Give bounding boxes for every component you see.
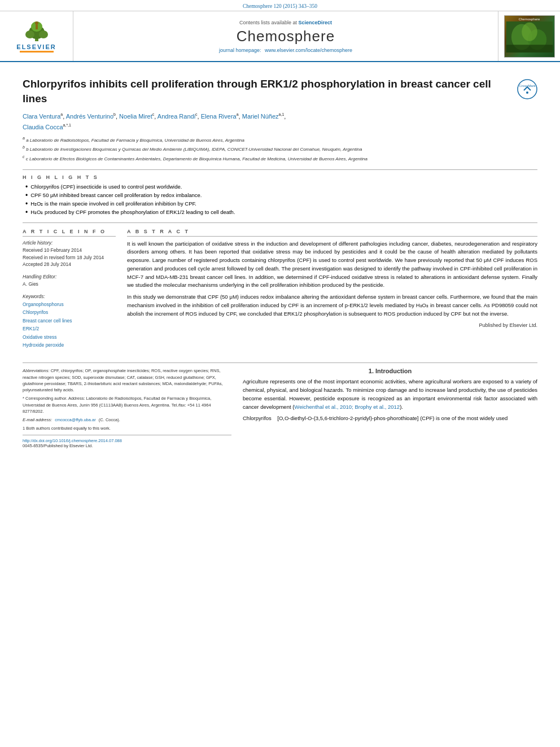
highlights-section: H I G H L I G H T S • Chlorpyrifos (CPF)… [23, 174, 537, 216]
elsevier-logo: ELSEVIER [16, 20, 56, 53]
issn-line: 0045-6535/Published by Elsevier Ltd. [23, 443, 231, 448]
intro-para-1: Agriculture represents one of the most i… [243, 378, 537, 411]
divider-main [23, 222, 537, 223]
svg-point-5 [35, 21, 38, 25]
svg-point-3 [39, 30, 48, 38]
accepted-date: Accepted 28 July 2014 [23, 261, 116, 268]
kw-5[interactable]: Oxidative stress [23, 333, 116, 341]
corresponding-label: * Corresponding author. [23, 396, 67, 401]
handling-editor-label: Handling Editor: [23, 274, 116, 279]
intro-para-2: Chlorpyrifos [O,O-diethyl-O-(3,5,6-trich… [243, 414, 537, 423]
svg-point-12 [518, 80, 537, 99]
cite-1[interactable]: Weichenthal et al., 2010; Brophy et al.,… [294, 404, 400, 410]
elsevier-bar-decoration [20, 51, 54, 53]
sciencedirect-label: Contents lists available at ScienceDirec… [239, 20, 332, 25]
author-andrea[interactable]: Andrea Randi [158, 113, 195, 120]
keywords-list: Organophosphorus Chlorpyrifos Breast can… [23, 300, 116, 350]
kw-3[interactable]: Breast cancer cell lines [23, 317, 116, 325]
highlight-item-2: • CPF 50 μM inhibited breast cancer cell… [25, 192, 537, 199]
journal-title: Chemosphere [237, 28, 335, 45]
handling-editor-name: A. Gies [23, 281, 116, 288]
kw-1[interactable]: Organophosphorus [23, 300, 116, 308]
journal-homepage-line: journal homepage: www.elsevier.com/locat… [219, 47, 352, 53]
article-info-col: A R T I C L E I N F O Article history: R… [23, 229, 116, 355]
author-clara[interactable]: Clara Ventura [23, 113, 60, 120]
abstract-para-1: It is well known the participation of ox… [127, 240, 537, 290]
page: Chemosphere 120 (2015) 343–350 ELSEVIER [0, 0, 560, 747]
email-line: E-mail address: cmcocca@ffyb.uba.ar (C. … [23, 417, 231, 423]
received-date: Received 10 February 2014 [23, 247, 116, 254]
published-line: Published by Elsevier Ltd. [127, 322, 537, 328]
svg-point-14 [526, 91, 528, 94]
abstract-label: A B S T R A C T [127, 229, 537, 237]
abstract-text: It is well known the participation of ox… [127, 240, 537, 318]
svg-point-2 [25, 30, 34, 38]
abstract-para-2: In this study we demonstrate that CPF (5… [127, 293, 537, 318]
journal-citation-bar: Chemosphere 120 (2015) 343–350 [0, 0, 560, 11]
revised-date: Received in revised form 18 July 2014 [23, 254, 116, 261]
homepage-url[interactable]: www.elsevier.com/locate/chemosphere [265, 47, 352, 53]
affil-b: b b Laboratorio de Investigaciones Bioqu… [23, 145, 537, 153]
journal-name-section: Contents lists available at ScienceDirec… [73, 11, 498, 61]
author-elena[interactable]: Elena Rivera [201, 113, 237, 120]
intro-heading: 1. Introduction [243, 368, 537, 374]
journal-cover-section: Chemosphere [498, 11, 560, 61]
footnote1: 1 Both authors contributed equally to th… [23, 425, 231, 431]
svg-rect-11 [506, 45, 553, 53]
bullet-icon: • [25, 184, 28, 190]
email-person: (C. Cocca). [99, 417, 120, 422]
highlight-item-1: • Chlorpyrifos (CPF) insecticide is used… [25, 184, 537, 190]
doi-bar: http://dx.doi.org/10.1016/j.chemosphere.… [23, 435, 231, 448]
bullet-icon: • [25, 192, 28, 199]
abbrev-text: CPF, chlorpyrifos; OP, organophosphate i… [23, 368, 223, 392]
introduction-col: 1. Introduction Agriculture represents o… [243, 368, 537, 448]
article-info-label: A R T I C L E I N F O [23, 229, 116, 237]
cover-journal-name: Chemosphere [518, 16, 541, 21]
intro-text: Agriculture represents one of the most i… [243, 378, 537, 423]
highlight-item-4: • H₂O₂ produced by CPF promotes the phos… [25, 209, 537, 216]
main-two-col: A R T I C L E I N F O Article history: R… [23, 229, 537, 355]
author-noelia[interactable]: Noelia Miret [119, 113, 152, 120]
kw-2[interactable]: Chlorpyrifos [23, 308, 116, 316]
highlights-label: H I G H L I G H T S [23, 174, 537, 180]
email-address[interactable]: cmcocca@ffyb.uba.ar [55, 417, 96, 422]
bottom-section: Abbreviations: CPF, chlorpyrifos; OP, or… [23, 362, 537, 448]
citation-text: Chemosphere 120 (2015) 343–350 [243, 3, 317, 9]
author-mariel[interactable]: Mariel Núñez [242, 113, 279, 120]
sciencedirect-link[interactable]: ScienceDirect [299, 20, 333, 25]
abstract-col: A B S T R A C T It is well known the par… [127, 229, 537, 355]
handling-editor-group: Handling Editor: A. Gies [23, 274, 116, 288]
elsevier-tree-icon [20, 20, 54, 42]
abbrev-label: Abbreviations: [23, 368, 50, 373]
kw-6[interactable]: Hydroxide peroxide [23, 341, 116, 349]
cover-art-icon [505, 21, 554, 53]
keywords-heading: Keywords: [23, 294, 116, 299]
affil-a: a a Laboratorio de Radioisótopos, Facult… [23, 136, 537, 144]
corresponding-author-note: * Corresponding author. Address: Laborat… [23, 395, 231, 414]
doi-link[interactable]: http://dx.doi.org/10.1016/j.chemosphere.… [23, 438, 231, 443]
author-claudia[interactable]: Claudia Cocca [23, 123, 63, 130]
elsevier-wordmark: ELSEVIER [16, 43, 56, 50]
journal-cover-image: Chemosphere [504, 15, 555, 58]
footnotes-col: Abbreviations: CPF, chlorpyrifos; OP, or… [23, 368, 231, 448]
footnotes-text: Abbreviations: CPF, chlorpyrifos; OP, or… [23, 368, 231, 431]
authors-line: Clara Venturaa, Andrés Venturinob, Noeli… [23, 111, 537, 132]
journal-header: ELSEVIER Contents lists available at Sci… [0, 11, 560, 62]
email-label: E-mail address: [23, 417, 52, 422]
history-group: Article history: Received 10 February 20… [23, 240, 116, 268]
history-heading: Article history: [23, 240, 116, 246]
article-body: Chlorpyrifos inhibits cell proliferation… [0, 62, 560, 457]
kw-4[interactable]: ERK1/2 [23, 325, 116, 333]
bullet-icon: • [25, 200, 28, 207]
title-section: Chlorpyrifos inhibits cell proliferation… [23, 77, 537, 106]
keywords-group: Keywords: Organophosphorus Chlorpyrifos … [23, 294, 116, 350]
highlights-list: • Chlorpyrifos (CPF) insecticide is used… [23, 184, 537, 216]
crossmark-icon[interactable]: CrossMark [517, 79, 537, 99]
bullet-icon: • [25, 209, 28, 216]
divider-highlights [23, 169, 537, 170]
abbreviations: Abbreviations: CPF, chlorpyrifos; OP, or… [23, 368, 231, 393]
author-andres[interactable]: Andrés Venturino [66, 113, 113, 120]
affil-c: c c Laboratorio de Efectos Biológicos de… [23, 154, 537, 163]
svg-rect-6 [36, 25, 38, 29]
affiliations: a a Laboratorio de Radioisótopos, Facult… [23, 136, 537, 163]
